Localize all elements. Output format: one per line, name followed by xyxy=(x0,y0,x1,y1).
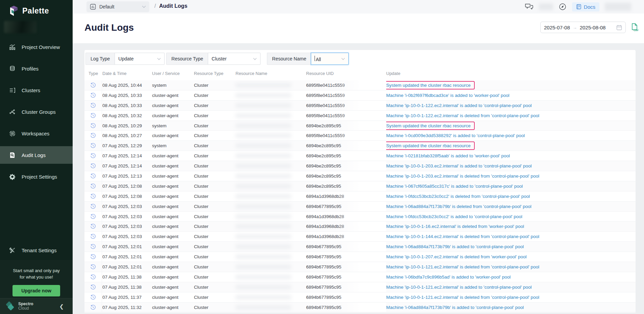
filter-log-type-select[interactable]: Update xyxy=(115,53,165,65)
date-from-value[interactable]: 2025-07-08 xyxy=(544,25,570,30)
filter-resource-name-select[interactable]: All xyxy=(311,53,349,65)
date-time-cell: 07 Aug 2025, 11:32 xyxy=(102,305,152,310)
resource-name-cell xyxy=(236,295,306,299)
update-link[interactable]: Machine 'i-06bdfa7c9c896b5ad' is added t… xyxy=(386,274,511,280)
project-selector[interactable]: Default xyxy=(86,1,149,12)
book-icon xyxy=(576,4,581,9)
export-csv-button[interactable]: CSV xyxy=(630,23,639,32)
table-row[interactable]: 07 Aug 2025, 12:03 cluster-agent Cluster… xyxy=(84,232,636,242)
blur-overlay xyxy=(339,171,386,181)
brand-name: Palette xyxy=(22,6,49,16)
resource-type-cell: Cluster xyxy=(194,153,236,158)
update-link[interactable]: Machine 'ip-10-0-1-203.ec2.internal' is … xyxy=(386,163,532,168)
compass-icon[interactable] xyxy=(559,3,567,11)
table-row[interactable]: 07 Aug 2025, 12:14 cluster-agent Cluster… xyxy=(84,151,636,161)
table-row[interactable]: 07 Aug 2025, 12:01 cluster-agent Cluster… xyxy=(84,252,636,262)
table-row[interactable]: 07 Aug 2025, 11:38 cluster-agent Cluster… xyxy=(84,282,636,292)
update-link[interactable]: Machine 'i-0b2f697f6dbcad3ce' is added t… xyxy=(386,93,510,98)
update-link[interactable]: System updated the cluster rbac resource xyxy=(382,81,475,89)
update-link[interactable]: System updated the cluster rbac resource xyxy=(382,122,475,130)
date-range-picker[interactable]: 2025-07-08 → 2025-08-08 xyxy=(540,22,626,33)
table-row[interactable]: 07 Aug 2025, 12:01 cluster-agent Cluster… xyxy=(84,242,636,252)
table-row[interactable]: 07 Aug 2025, 11:38 cluster-agent Cluster… xyxy=(84,272,636,282)
table-row[interactable]: 08 Aug 2025, 10:33 cluster-agent Cluster… xyxy=(84,90,636,101)
sidebar-item-clusters[interactable]: Clusters xyxy=(0,81,73,99)
sidebar-collapse-icon[interactable]: ❮ xyxy=(59,303,64,310)
user-service-cell: cluster-agent xyxy=(152,264,194,269)
table-row[interactable]: 07 Aug 2025, 12:01 cluster-agent Cluster… xyxy=(84,262,636,272)
table-row[interactable]: 08 Aug 2025, 10:27 cluster-agent Cluster… xyxy=(84,131,636,141)
update-link[interactable]: Machine 'ip-10-0-1-207.ec2.internal' is … xyxy=(386,254,527,259)
update-link[interactable]: Machine 'i-02181bfab328f5aab' is added t… xyxy=(386,153,510,158)
filter-resource-type-select[interactable]: Cluster xyxy=(208,53,261,65)
sidebar: Palette Project Overview xyxy=(0,0,73,314)
user-service-cell: cluster-agent xyxy=(152,163,194,168)
blur-overlay xyxy=(339,262,386,272)
sidebar-item-profiles[interactable]: Profiles xyxy=(0,60,73,77)
date-to-value[interactable]: 2025-08-08 xyxy=(580,25,606,30)
resource-uid-cell: 6894b677895c95 xyxy=(306,262,386,272)
table-row[interactable]: 07 Aug 2025, 12:08 cluster-agent Cluster… xyxy=(84,191,636,202)
docs-button[interactable]: Docs xyxy=(572,2,599,11)
sidebar-item-project-overview[interactable]: Project Overview xyxy=(0,38,73,56)
blur-overlay xyxy=(339,141,386,151)
update-link[interactable]: System updated the cluster rbac resource xyxy=(382,141,475,150)
table-row[interactable]: 07 Aug 2025, 12:08 cluster-agent Cluster… xyxy=(84,181,636,191)
table-row[interactable]: 07 Aug 2025, 12:03 cluster-agent Cluster… xyxy=(84,202,636,212)
update-link[interactable]: Machine 'i-06ad884a7f173b79b' is deleted… xyxy=(386,204,531,209)
table-row[interactable]: 08 Aug 2025, 10:32 cluster-agent Cluster… xyxy=(84,111,636,121)
update-link[interactable]: Machine 'i-0fdcc53bcb23c0cc2' is added t… xyxy=(386,214,522,219)
resource-uid-cell: 6894be2c895c95 xyxy=(306,141,386,151)
resource-type-cell: Cluster xyxy=(194,93,236,98)
update-link[interactable]: Machine 'ip-10-0-1-122.ec2.internal' is … xyxy=(386,113,539,118)
update-link[interactable]: Machine 'ip-10-0-1-122.ec2.internal' is … xyxy=(386,103,532,108)
sidebar-item-project-settings[interactable]: Project Settings xyxy=(0,168,73,185)
sidebar-item-label: Clusters xyxy=(22,87,40,93)
filter-resource-name: Resource Name All xyxy=(267,53,349,65)
sidebar-item-cluster-groups[interactable]: Cluster Groups xyxy=(0,103,73,121)
blur-overlay xyxy=(339,242,386,252)
sidebar-item-tenant-settings[interactable]: Tenant Settings xyxy=(0,241,73,259)
update-link[interactable]: Machine 'i-067cf605a85cc317c' is added t… xyxy=(386,184,523,189)
history-icon xyxy=(90,214,96,219)
table-row[interactable]: 07 Aug 2025, 12:13 cluster-agent Cluster… xyxy=(84,171,636,181)
update-link[interactable]: Machine 'ip-10-0-1-121.ec2.internal' is … xyxy=(386,295,539,300)
update-link[interactable]: Machine 'ip-10-0-1-121.ec2.internal' is … xyxy=(386,264,539,269)
date-time-cell: 07 Aug 2025, 12:01 xyxy=(102,254,152,259)
upgrade-now-button[interactable]: Upgrade now xyxy=(13,285,60,296)
blur-overlay xyxy=(339,121,386,131)
update-cell: Machine 'i-06ad884a7f173b79b' is added t… xyxy=(386,305,636,310)
table-row[interactable]: 07 Aug 2025, 12:03 cluster-agent Cluster… xyxy=(84,212,636,222)
date-time-cell: 07 Aug 2025, 12:13 xyxy=(102,174,152,179)
log-type-cell xyxy=(84,171,102,181)
update-link[interactable]: Machine 'i-06ad884a7f173b79b' is added t… xyxy=(386,305,524,310)
table-row[interactable]: 08 Aug 2025, 10:44 system Cluster 6895f8… xyxy=(84,80,636,90)
update-link[interactable]: Machine 'i-0cd009e3dd5388292' is added t… xyxy=(386,133,525,138)
column-header-date-time: Date & Time xyxy=(102,71,152,76)
table-row[interactable]: 07 Aug 2025, 12:03 cluster-agent Cluster… xyxy=(84,221,636,232)
table-row[interactable]: 07 Aug 2025, 11:37 cluster-agent Cluster… xyxy=(84,292,636,303)
update-link[interactable]: Machine 'ip-10-0-1-16.ec2.internal' is d… xyxy=(386,224,524,229)
blur-overlay xyxy=(339,272,386,282)
update-link[interactable]: Machine 'ip-10-0-1-121.ec2.internal' is … xyxy=(386,285,532,290)
sidebar-item-audit-logs[interactable]: Audit Logs xyxy=(0,146,73,164)
update-link[interactable]: Machine 'ip-10-0-1-203.ec2.internal' is … xyxy=(386,174,539,179)
log-type-cell xyxy=(84,131,102,140)
table-row[interactable]: 08 Aug 2025, 10:29 system Cluster 6894be… xyxy=(84,121,636,131)
filter-resource-type: Resource Type Cluster xyxy=(166,53,261,65)
topbar: Default / Audit Logs xyxy=(73,0,644,14)
sidebar-item-workspaces[interactable]: Workspaces xyxy=(0,125,73,142)
resource-name-cell xyxy=(236,143,306,148)
update-cell: Machine 'i-0fdcc53bcb23c0cc2' is added t… xyxy=(386,214,636,219)
table-row[interactable]: 07 Aug 2025, 12:14 cluster-agent Cluster… xyxy=(84,161,636,171)
resource-name-cell xyxy=(236,184,306,188)
resource-uid-cell: 6895f8e0411c5559 xyxy=(306,101,386,110)
update-link[interactable]: Machine 'i-0fdcc53bcb23c0cc2' is deleted… xyxy=(386,194,530,199)
update-link[interactable]: Machine 'ip-10-0-1-144.ec2.internal' is … xyxy=(386,234,539,239)
table-row[interactable]: 07 Aug 2025, 11:32 cluster-agent Cluster… xyxy=(84,303,636,313)
table-row[interactable]: 07 Aug 2025, 12:29 system Cluster 6894be… xyxy=(84,141,636,151)
blurred-resource-name xyxy=(236,103,291,108)
table-row[interactable]: 08 Aug 2025, 10:33 cluster-agent Cluster… xyxy=(84,101,636,111)
chat-icon[interactable] xyxy=(525,3,534,10)
update-link[interactable]: Machine 'i-06ad884a7f173b79b' is added t… xyxy=(386,244,524,249)
